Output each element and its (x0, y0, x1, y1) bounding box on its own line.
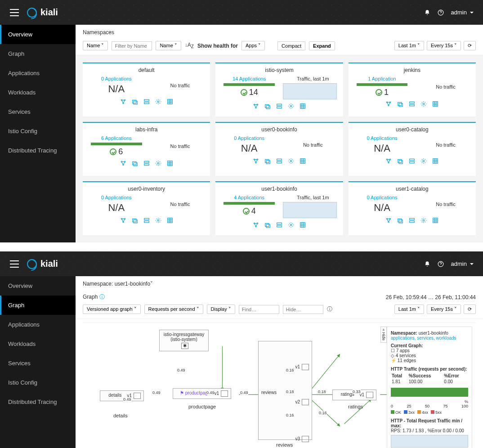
graph-icon[interactable] (253, 222, 259, 229)
services-icon[interactable] (288, 222, 294, 229)
nav-distributed-tracing[interactable]: Distributed Tracing (0, 141, 76, 160)
workloads-icon[interactable] (276, 222, 282, 229)
namespace-card[interactable]: default 0 Applications N/A No traffic (83, 63, 210, 116)
nav-applications[interactable]: Applications (0, 63, 76, 83)
graph-icon[interactable] (385, 101, 392, 108)
namespace-card[interactable]: user0-bookinfo 0 Applications N/A No tra… (215, 122, 343, 176)
hide-panel-button[interactable]: « Hide (380, 327, 387, 343)
user-menu[interactable]: admin (451, 9, 474, 16)
graph-icon[interactable] (120, 99, 126, 106)
workloads-icon[interactable] (409, 158, 415, 166)
filter-input[interactable] (112, 41, 152, 50)
refresh-icon[interactable]: ⟳ (464, 305, 476, 314)
services-icon[interactable] (420, 158, 427, 166)
nav-istio-config[interactable]: Istio Config (0, 373, 76, 392)
graph-icon[interactable] (120, 217, 126, 225)
help-icon[interactable] (438, 261, 444, 267)
graph-icon[interactable] (385, 217, 392, 225)
namespace-card[interactable]: labs-infra 6 Applications 6 No traffic (83, 122, 210, 176)
services-icon[interactable] (288, 103, 294, 111)
nav-overview[interactable]: Overview (0, 25, 76, 44)
time-dropdown[interactable]: Last 1m ˅ (394, 305, 424, 314)
workloads-icon[interactable] (276, 103, 282, 111)
services-icon[interactable] (420, 217, 427, 225)
apps-icon[interactable] (397, 101, 403, 108)
apps-link[interactable]: 0 Applications (352, 135, 412, 141)
services-icon[interactable] (420, 101, 427, 108)
time-dropdown[interactable]: Last 1m ˅ (394, 41, 424, 50)
node-reviews-group[interactable]: reviews v1 v2 v3 (258, 341, 312, 440)
nav-workloads[interactable]: Workloads (0, 334, 76, 354)
nav-overview[interactable]: Overview (0, 276, 76, 296)
metric-dropdown[interactable]: Requests per second ˅ (144, 305, 203, 314)
nav-distributed-tracing[interactable]: Distributed Tracing (0, 392, 76, 412)
services-icon[interactable] (155, 99, 161, 106)
apps-link[interactable]: 0 Applications (86, 76, 147, 81)
display-dropdown[interactable]: Display ˅ (207, 305, 235, 314)
graph-canvas[interactable]: istio-ingressgateway (istio-system) ✱ 0.… (83, 323, 476, 448)
apps-icon[interactable] (264, 222, 271, 229)
workloads-icon[interactable] (409, 217, 415, 225)
sort-dir-icon[interactable]: ↓AZ (185, 42, 194, 49)
nav-istio-config[interactable]: Istio Config (0, 121, 76, 141)
refresh-dropdown[interactable]: Every 15s ˅ (427, 305, 461, 314)
namespace-card[interactable]: user1-bookinfo 4 Applications 4 Traffic,… (215, 181, 343, 235)
node-productpage[interactable]: ⚑ productpage v1 (173, 388, 231, 399)
hamburger-icon[interactable] (10, 9, 19, 16)
refresh-icon[interactable]: ⟳ (464, 41, 476, 50)
apps-link[interactable]: 0 Applications (219, 135, 279, 141)
find-input[interactable] (239, 305, 279, 314)
apps-link[interactable]: 4 Applications (219, 195, 279, 200)
user-menu[interactable]: admin (451, 260, 474, 267)
workloads-icon[interactable] (276, 158, 282, 166)
nav-graph[interactable]: Graph (0, 296, 76, 315)
namespace-card[interactable]: user0-catalog 0 Applications N/A No traf… (349, 122, 476, 176)
nav-services[interactable]: Services (0, 354, 76, 373)
workloads-icon[interactable] (409, 101, 415, 108)
help-icon[interactable]: ⓘ (327, 305, 332, 313)
workloads-icon[interactable] (143, 99, 150, 106)
panel-links[interactable]: applications, services, workloads (391, 336, 468, 340)
expand-button[interactable]: Expand (309, 41, 335, 50)
apps-icon[interactable] (264, 103, 271, 111)
graph-icon[interactable] (120, 160, 126, 168)
apps-icon[interactable] (397, 217, 403, 225)
apps-icon[interactable] (264, 158, 271, 166)
health-dropdown[interactable]: Apps ˅ (242, 41, 265, 50)
config-icon[interactable] (167, 217, 173, 225)
node-details[interactable]: details v1 (100, 390, 144, 401)
help-icon[interactable]: ⓘ (99, 294, 105, 300)
apps-icon[interactable] (132, 99, 138, 106)
config-icon[interactable] (432, 217, 438, 225)
nav-applications[interactable]: Applications (0, 315, 76, 334)
graph-icon[interactable] (253, 103, 259, 111)
node-ingressgateway[interactable]: istio-ingressgateway (istio-system) ✱ (159, 330, 209, 351)
apps-icon[interactable] (397, 158, 403, 166)
bell-icon[interactable] (424, 261, 430, 267)
workloads-icon[interactable] (143, 217, 150, 225)
apps-link[interactable]: 14 Applications (219, 76, 279, 81)
config-icon[interactable] (300, 103, 306, 111)
config-icon[interactable] (300, 222, 306, 229)
nav-services[interactable]: Services (0, 102, 76, 121)
workloads-icon[interactable] (143, 160, 150, 168)
nav-graph[interactable]: Graph (0, 44, 76, 63)
sort1-dropdown[interactable]: Name ˅ (83, 41, 108, 50)
services-icon[interactable] (288, 158, 294, 166)
apps-icon[interactable] (132, 217, 138, 225)
namespace-card[interactable]: user0-inventory 0 Applications N/A No tr… (83, 181, 210, 235)
services-icon[interactable] (155, 217, 161, 225)
refresh-dropdown[interactable]: Every 15s ˅ (427, 41, 461, 50)
apps-link[interactable]: 6 Applications (86, 135, 147, 141)
namespace-card[interactable]: user1-catalog 0 Applications N/A No traf… (349, 181, 476, 235)
sort2-dropdown[interactable]: Name ˅ (156, 41, 181, 50)
apps-link[interactable]: 1 Application (352, 76, 412, 81)
namespace-card[interactable]: jenkins 1 Application 1 No traffic (349, 63, 476, 116)
apps-link[interactable]: 0 Applications (352, 195, 412, 200)
apps-link[interactable]: 0 Applications (86, 195, 147, 200)
apps-icon[interactable] (132, 160, 138, 168)
config-icon[interactable] (167, 160, 173, 168)
config-icon[interactable] (432, 158, 438, 166)
config-icon[interactable] (167, 99, 173, 106)
hide-input[interactable] (283, 305, 323, 314)
